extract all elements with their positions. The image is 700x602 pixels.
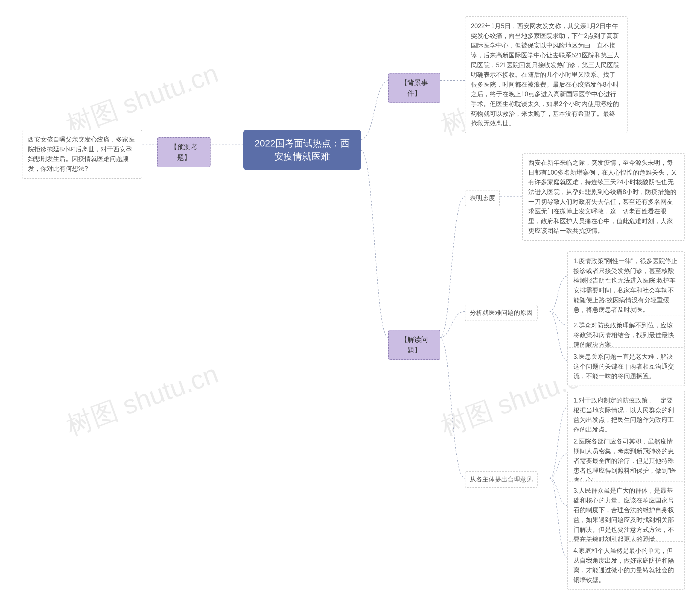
leaf-background: 2022年1月5日，西安网友发文称，其父亲1月2日中午突发心绞痛，向当地多家医院…	[465, 17, 628, 133]
sub-reason[interactable]: 分析就医难问题的原因	[465, 305, 538, 321]
branch-background[interactable]: 【背景事件】	[388, 73, 440, 103]
sub-attitude[interactable]: 表明态度	[465, 190, 500, 206]
center-node[interactable]: 2022国考面试热点：西安疫情就医难	[243, 130, 361, 170]
watermark: 树图 shutu.cn	[61, 356, 223, 444]
sub-suggestion[interactable]: 从各主体提出合理意见	[465, 471, 538, 488]
leaf-attitude: 西安在新年来临之际，突发疫情，至今源头未明，每日都有100多名新增案例，在人心惶…	[522, 153, 685, 241]
leaf-suggestion-4: 4.家庭和个人虽然是最小的单元，但从自我角度出发，做好家庭防护和隔离，才能通过微…	[567, 541, 685, 590]
branch-predict[interactable]: 【预测考题】	[157, 137, 210, 167]
leaf-predict: 西安女孩自曝父亲突发心绞痛，多家医院拒诊拖延8小时后离世，对于西安孕妇悲剧发生后…	[22, 130, 142, 179]
leaf-reason-1: 1.疫情政策"刚性一律"，很多医院停止接诊或者只接受发热门诊，甚至核酸检测报告阴…	[567, 252, 685, 320]
leaf-suggestion-3: 3.人民群众虽是广大的群体，是最基础和核心的力量。应该在响应国家号召的制度下，合…	[567, 481, 685, 549]
leaf-reason-3: 3.医患关系问题一直是老大难，解决这个问题的关键在于两者相互沟通交流，不能一味的…	[567, 347, 685, 386]
branch-analysis[interactable]: 【解读问题】	[388, 330, 440, 360]
